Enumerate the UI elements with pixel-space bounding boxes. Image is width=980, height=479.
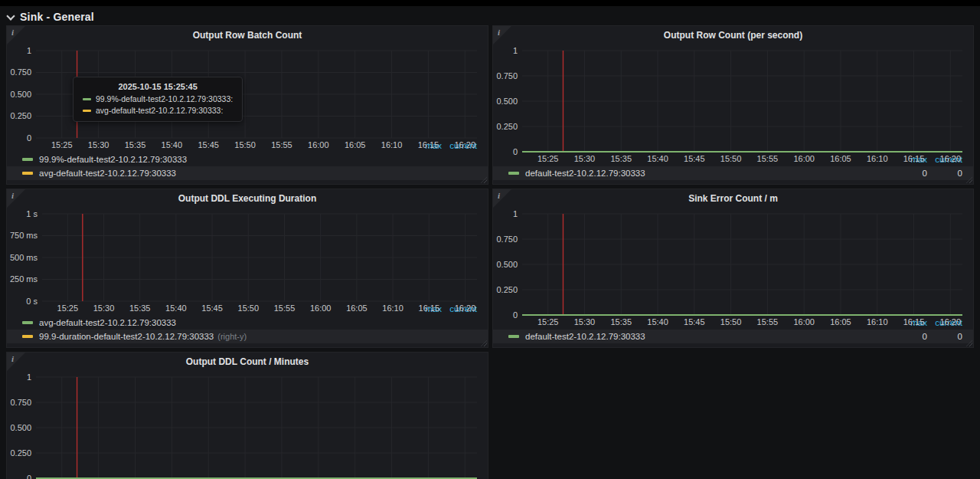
series-color-swatch (22, 158, 33, 161)
legend-series-row: avg-default-test2-10.2.12.79:30333 (7, 166, 488, 180)
x-axis-tick-label: 16:15 (896, 154, 933, 163)
tooltip-series-row: 99.9%-default-test2-10.2.12.79:30333: (83, 94, 233, 103)
graph-tooltip: 2025-10-15 15:25:4599.9%-default-test2-1… (73, 77, 243, 122)
legend-max-value: 0 (897, 169, 927, 178)
info-icon[interactable]: i (498, 191, 500, 200)
legend-series-row: avg-default-test2-10.2.12.79:30333 (7, 316, 488, 330)
y-axis-tick-label: 0.750 (493, 235, 518, 244)
y-axis-tick-label: 0.500 (7, 90, 31, 99)
info-icon[interactable]: i (498, 28, 500, 37)
chart-canvas (7, 370, 488, 479)
y-axis-tick-label: 0.750 (493, 71, 518, 80)
x-axis-tick-label: 16:10 (859, 317, 896, 326)
x-axis-tick-label: 15:35 (603, 154, 639, 163)
panel-title[interactable]: Output DDL Count / Minutes (7, 353, 488, 370)
legend-axis-hint: (right-y) (217, 332, 247, 341)
y-axis-tick-label: 0 (493, 310, 518, 320)
y-axis-tick-label: 0.500 (493, 260, 518, 269)
x-axis-tick-label: 15:25 (44, 140, 80, 149)
y-axis-tick-label: 0.250 (493, 285, 518, 294)
panel-title[interactable]: Output DDL Executing Duration (7, 189, 488, 207)
x-axis-tick-label: 16:05 (337, 140, 374, 149)
x-axis-tick-label: 15:45 (190, 140, 227, 149)
x-axis-tick-label: 15:25 (49, 303, 86, 313)
x-axis-tick-label: 15:30 (80, 140, 117, 149)
y-axis-tick-label: 0.250 (7, 111, 31, 120)
y-axis-tick-label: 1 (493, 209, 518, 218)
x-axis-tick-label: 15:45 (676, 154, 713, 163)
info-icon[interactable]: i (11, 191, 14, 200)
panel-chart: 10.7500.5000.250015:2515:3015:3515:4015:… (493, 44, 973, 154)
x-axis-tick-label: 15:50 (713, 317, 750, 326)
panel-title[interactable]: Sink Error Count / m (493, 189, 973, 207)
panel-chart: 10.7500.5000.250015:2515:3015:3515:4015:… (7, 370, 488, 479)
panel-title[interactable]: Output Row Batch Count (7, 26, 488, 44)
x-axis-tick-label: 15:50 (227, 140, 263, 149)
info-icon[interactable]: i (11, 28, 14, 37)
panel-sink-error-count-m: iSink Error Count / m10.7500.5000.250015… (492, 189, 974, 348)
legend-series-row: default-test2-10.2.12.79:3033300 (493, 330, 973, 343)
x-axis-tick-label: 16:15 (410, 140, 446, 149)
legend-series-label[interactable]: default-test2-10.2.12.79:30333 (525, 169, 645, 178)
x-axis-tick-label: 16:10 (374, 140, 410, 149)
legend-series-label[interactable]: avg-default-test2-10.2.12.79:30333 (39, 169, 176, 178)
y-axis-tick-label: 0.750 (7, 398, 31, 407)
panel-corner-triangle (493, 189, 511, 208)
legend-series-label[interactable]: 99.9%-default-test2-10.2.12.79:30333 (39, 155, 187, 164)
chevron-down-icon (6, 11, 15, 20)
panel-output-ddl-executing-duration: iOutput DDL Executing Duration1 s750 ms5… (6, 189, 488, 348)
chart-canvas (493, 44, 973, 165)
legend-series-label[interactable]: avg-default-test2-10.2.12.79:30333 (39, 318, 176, 327)
legend-max-value: 0 (897, 332, 927, 341)
legend-series-row: 99.9%-default-test2-10.2.12.79:30333 (7, 153, 488, 166)
tooltip-series-label: 99.9%-default-test2-10.2.12.79:30333: (96, 94, 233, 103)
x-axis-tick-label: 16:05 (822, 154, 859, 163)
series-color-dash (83, 98, 91, 100)
x-axis-tick-label: 16:20 (932, 317, 969, 326)
y-axis-tick-label: 0.250 (493, 122, 518, 131)
x-axis-tick-label: 15:40 (158, 303, 194, 313)
y-axis-tick-label: 750 ms (7, 231, 38, 240)
y-axis-tick-label: 0.250 (7, 448, 31, 458)
tooltip-timestamp: 2025-10-15 15:25:45 (83, 82, 233, 91)
x-axis-tick-label: 15:30 (85, 303, 122, 313)
series-color-swatch (508, 335, 519, 338)
legend-current-value: 0 (927, 169, 962, 178)
series-color-swatch (22, 321, 33, 324)
y-axis-tick-label: 0 (493, 147, 518, 156)
x-axis-tick-label: 16:00 (786, 317, 822, 326)
x-axis-tick-label: 15:25 (530, 317, 567, 326)
x-axis-tick-label: 15:35 (603, 317, 639, 326)
x-axis-tick-label: 15:35 (116, 140, 153, 149)
tooltip-series-label: avg-default-test2-10.2.12.79:30333: (96, 106, 223, 115)
panel-corner-triangle (493, 26, 511, 44)
x-axis-tick-label: 15:40 (153, 140, 190, 149)
legend-series-label[interactable]: default-test2-10.2.12.79:30333 (525, 332, 645, 341)
x-axis-tick-label: 15:30 (566, 154, 603, 163)
legend-series-row: default-test2-10.2.12.79:3033300 (493, 166, 973, 180)
x-axis-tick-label: 15:50 (713, 154, 750, 163)
info-icon[interactable]: i (11, 354, 14, 363)
y-axis-tick-label: 0 s (7, 297, 38, 306)
y-axis-tick-label: 0.500 (493, 97, 518, 106)
y-axis-tick-label: 500 ms (7, 253, 38, 262)
legend-series-label[interactable]: 99.9-duration-default-test2-10.2.12.79:3… (39, 332, 214, 341)
chart-canvas (7, 207, 488, 314)
y-axis-tick-label: 0 (7, 133, 31, 143)
row-title: Sink - General (20, 11, 94, 23)
panel-output-row-batch-count: iOutput Row Batch Count10.7500.5000.2500… (6, 25, 488, 185)
panel-chart: 10.7500.5000.250015:2515:3015:3515:4015:… (493, 207, 973, 317)
x-axis-tick-label: 16:20 (446, 303, 483, 313)
dashboard-row-header[interactable]: Sink - General (6, 8, 94, 25)
x-axis-tick-label: 15:45 (676, 317, 713, 326)
y-axis-tick-label: 1 (7, 46, 31, 55)
series-color-swatch (22, 335, 33, 338)
x-axis-tick-label: 16:20 (932, 154, 969, 163)
y-axis-tick-label: 0 (7, 474, 31, 479)
x-axis-tick-label: 16:15 (896, 317, 933, 326)
panel-output-row-count-per-second: iOutput Row Count (per second)10.7500.50… (492, 25, 974, 185)
panel-title[interactable]: Output Row Count (per second) (493, 26, 973, 44)
x-axis-tick-label: 15:40 (639, 317, 676, 326)
chart-canvas (493, 207, 973, 328)
x-axis-tick-label: 16:05 (338, 303, 375, 313)
